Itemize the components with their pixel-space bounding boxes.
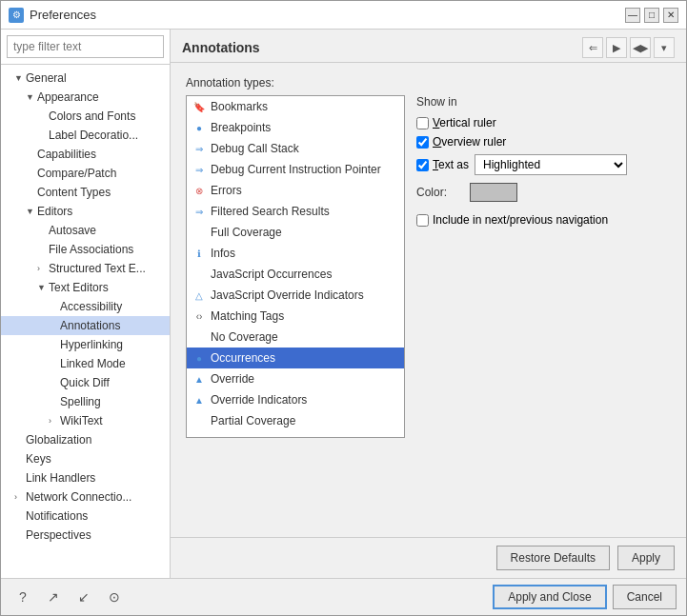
nav-menu-button[interactable]: ◀▶ bbox=[630, 37, 651, 58]
sidebar-item-linked-mode[interactable]: Linked Mode bbox=[1, 354, 170, 373]
apply-close-button[interactable]: Apply and Close bbox=[493, 585, 606, 609]
chevron-icon: ▼ bbox=[26, 207, 37, 216]
annotation-item-override-indicators[interactable]: ▲Override Indicators bbox=[187, 389, 404, 410]
sidebar-item-structured-text[interactable]: ›Structured Text E... bbox=[1, 259, 170, 278]
arrow-icon: ⇒ bbox=[192, 142, 206, 155]
export-icon-button[interactable]: ↗ bbox=[41, 585, 66, 609]
sidebar-item-capabilities[interactable]: Capabilities bbox=[1, 145, 170, 164]
annotation-item-bookmarks[interactable]: 🔖Bookmarks bbox=[187, 96, 404, 117]
sidebar-item-notifications[interactable]: Notifications bbox=[1, 507, 170, 526]
annotation-item-full-coverage[interactable]: Full Coverage bbox=[187, 222, 404, 243]
restore-defaults-button[interactable]: Restore Defaults bbox=[496, 546, 610, 570]
sidebar-item-keys[interactable]: Keys bbox=[1, 449, 170, 468]
color-swatch[interactable] bbox=[470, 183, 517, 202]
close-button[interactable]: ✕ bbox=[663, 8, 678, 23]
annotation-item-matching-tags[interactable]: ‹›Matching Tags bbox=[187, 306, 404, 327]
annotation-list: 🔖Bookmarks●Breakpoints⇒Debug Call Stack⇒… bbox=[186, 95, 405, 438]
sidebar-item-accessibility[interactable]: Accessibility bbox=[1, 297, 170, 316]
none-icon bbox=[192, 268, 206, 281]
sidebar-item-content-types[interactable]: Content Types bbox=[1, 183, 170, 202]
sidebar-item-spelling[interactable]: Spelling bbox=[1, 392, 170, 411]
text-as-dropdown[interactable]: HighlightedBoxUnderlineNone bbox=[475, 154, 627, 175]
nav-forward-button[interactable]: ▶ bbox=[606, 37, 627, 58]
annotation-item-search-results[interactable]: ⇒Search Results bbox=[187, 431, 404, 438]
sidebar-item-network-connections[interactable]: ›Network Connectio... bbox=[1, 487, 170, 507]
sidebar-item-label: Colors and Fonts bbox=[49, 109, 135, 123]
include-nav-row: Include in next/previous navigation bbox=[416, 213, 671, 227]
sidebar-item-link-handlers[interactable]: Link Handlers bbox=[1, 468, 170, 487]
vertical-ruler-checkbox[interactable] bbox=[416, 117, 429, 129]
annotation-item-debug-instruction[interactable]: ⇒Debug Current Instruction Pointer bbox=[187, 159, 404, 180]
annotation-item-override[interactable]: ▲Override bbox=[187, 368, 404, 389]
annotation-item-label: Partial Coverage bbox=[211, 414, 295, 427]
annotation-types-label: Annotation types: bbox=[186, 76, 671, 89]
sidebar-item-text-editors[interactable]: ▼Text Editors bbox=[1, 278, 170, 297]
annotation-item-partial-coverage[interactable]: Partial Coverage bbox=[187, 410, 404, 431]
annotation-item-errors[interactable]: ⊗Errors bbox=[187, 180, 404, 201]
circle-icon: ● bbox=[192, 121, 206, 134]
sidebar-item-colors-fonts[interactable]: Colors and Fonts bbox=[1, 107, 170, 126]
sidebar-item-label: Notifications bbox=[26, 509, 88, 523]
settings-icon-button[interactable]: ⊙ bbox=[102, 585, 127, 609]
maximize-button[interactable]: □ bbox=[644, 8, 659, 23]
circle-fill-icon: ● bbox=[192, 351, 206, 365]
nav-back-button[interactable]: ⇐ bbox=[582, 37, 603, 58]
sidebar-item-general[interactable]: ▼General bbox=[1, 69, 170, 88]
right-header: Annotations ⇐ ▶ ◀▶ ▾ bbox=[171, 30, 686, 63]
overview-ruler-checkbox[interactable] bbox=[416, 136, 429, 149]
search-input[interactable] bbox=[7, 35, 164, 58]
sidebar-item-annotations[interactable]: Annotations bbox=[1, 316, 170, 335]
annotation-item-debug-call-stack[interactable]: ⇒Debug Call Stack bbox=[187, 138, 404, 159]
annotation-item-label: Debug Call Stack bbox=[211, 142, 299, 155]
none-icon bbox=[192, 414, 206, 427]
nav-dropdown-button[interactable]: ▾ bbox=[654, 37, 675, 58]
sidebar-item-appearance[interactable]: ▼Appearance bbox=[1, 88, 170, 107]
sidebar-item-hyperlinking[interactable]: Hyperlinking bbox=[1, 335, 170, 354]
help-icon-button[interactable]: ? bbox=[10, 585, 35, 609]
cancel-button[interactable]: Cancel bbox=[613, 585, 677, 609]
text-as-label[interactable]: Text as bbox=[416, 158, 469, 171]
annotation-item-label: No Coverage bbox=[211, 330, 278, 344]
sidebar-item-wikitext[interactable]: ›WikiText bbox=[1, 411, 170, 430]
sidebar-item-globalization[interactable]: Globalization bbox=[1, 430, 170, 449]
sidebar-item-perspectives[interactable]: Perspectives bbox=[1, 526, 170, 545]
sidebar-item-label-decorations[interactable]: Label Decoratio... bbox=[1, 126, 170, 145]
sidebar-item-quick-diff[interactable]: Quick Diff bbox=[1, 373, 170, 392]
annotation-item-label: JavaScript Override Indicators bbox=[211, 288, 364, 302]
chevron-icon: › bbox=[49, 416, 60, 426]
annotation-item-no-coverage[interactable]: No Coverage bbox=[187, 327, 404, 348]
sidebar-item-label: Keys bbox=[26, 452, 51, 466]
sidebar-item-compare-patch[interactable]: Compare/Patch bbox=[1, 164, 170, 183]
apply-button[interactable]: Apply bbox=[617, 546, 675, 570]
window-controls: — □ ✕ bbox=[625, 8, 678, 23]
sidebar-item-file-associations[interactable]: File Associations bbox=[1, 240, 170, 259]
sidebar-item-label: Label Decoratio... bbox=[49, 129, 138, 142]
title-bar-left: ⚙ Preferences bbox=[9, 8, 96, 23]
include-nav-checkbox[interactable] bbox=[416, 214, 429, 227]
triangle-icon: △ bbox=[192, 288, 206, 302]
sidebar-item-editors[interactable]: ▼Editors bbox=[1, 202, 170, 221]
annotation-item-breakpoints[interactable]: ●Breakpoints bbox=[187, 117, 404, 138]
title-bar: ⚙ Preferences — □ ✕ bbox=[1, 1, 686, 30]
annotation-item-js-occurrences[interactable]: JavaScript Occurrences bbox=[187, 264, 404, 285]
arrow-icon: ⇒ bbox=[192, 435, 206, 438]
chevron-icon: ▼ bbox=[37, 283, 49, 292]
sidebar-item-label: WikiText bbox=[60, 414, 103, 427]
right-panel: Annotations ⇐ ▶ ◀▶ ▾ Annotation types: 🔖 bbox=[171, 30, 686, 578]
minimize-button[interactable]: — bbox=[625, 8, 640, 23]
sidebar-item-label: Spelling bbox=[60, 395, 101, 408]
text-as-checkbox[interactable] bbox=[416, 159, 429, 171]
annotation-item-occurrences[interactable]: ●Occurrences bbox=[187, 348, 404, 368]
overview-ruler-label[interactable]: Overview ruler bbox=[416, 135, 506, 149]
sidebar-item-autosave[interactable]: Autosave bbox=[1, 221, 170, 240]
vertical-ruler-label[interactable]: Vertical ruler bbox=[416, 116, 496, 129]
annotation-item-js-override[interactable]: △JavaScript Override Indicators bbox=[187, 285, 404, 306]
annotation-list-container: 🔖Bookmarks●Breakpoints⇒Debug Call Stack⇒… bbox=[186, 95, 671, 438]
import-icon-button[interactable]: ↙ bbox=[71, 585, 96, 609]
panel-title: Annotations bbox=[182, 40, 260, 55]
annotation-item-filtered-search[interactable]: ⇒Filtered Search Results bbox=[187, 201, 404, 222]
include-nav-label[interactable]: Include in next/previous navigation bbox=[416, 213, 608, 227]
annotation-item-label: Override bbox=[211, 372, 254, 386]
annotation-item-infos[interactable]: ℹInfos bbox=[187, 243, 404, 264]
annotation-item-label: Infos bbox=[211, 247, 235, 260]
